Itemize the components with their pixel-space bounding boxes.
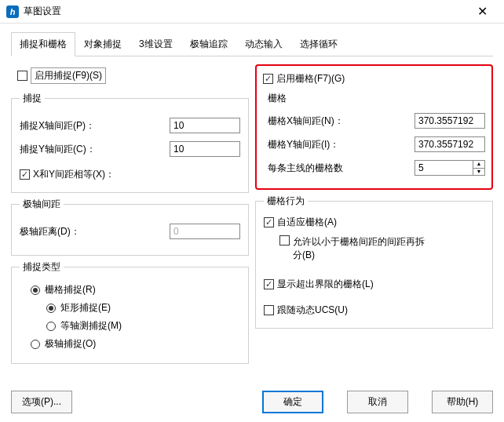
show-beyond-checkbox[interactable]	[264, 279, 274, 289]
iso-snap-label: 等轴测捕捉(M)	[60, 319, 122, 333]
snap-y-label: 捕捉Y轴间距(C)：	[20, 143, 170, 156]
snap-group-label: 捕捉	[20, 92, 45, 105]
show-beyond-label: 显示超出界限的栅格(L)	[277, 278, 374, 291]
grid-snap-label: 栅格捕捉(R)	[45, 283, 96, 296]
tab-3d[interactable]: 3维设置	[130, 32, 181, 56]
grid-behavior-group: 栅格行为 自适应栅格(A) 允许以小于栅格间距的间距再拆分(B) 显示超出界限的…	[255, 195, 493, 329]
polar-snap-label: 极轴捕捉(O)	[45, 337, 96, 351]
tab-selection[interactable]: 选择循环	[291, 32, 346, 56]
help-button[interactable]: 帮助(H)	[432, 391, 493, 413]
grid-y-label: 栅格Y轴间距(I)：	[268, 138, 415, 151]
snap-x-label: 捕捉X轴间距(P)：	[20, 119, 170, 133]
snap-type-label: 捕捉类型	[20, 260, 64, 274]
adaptive-grid-checkbox[interactable]	[264, 217, 274, 227]
snap-type-group: 捕捉类型 栅格捕捉(R) 矩形捕捉(E) 等轴测捕捉(M) 极轴捕捉(O)	[11, 260, 249, 364]
enable-snap-checkbox[interactable]	[17, 71, 27, 81]
tab-bar: 捕捉和栅格 对象捕捉 3维设置 极轴追踪 动态输入 选择循环	[11, 31, 493, 56]
rect-snap-label: 矩形捕捉(E)	[60, 301, 111, 315]
app-icon: h	[6, 5, 19, 18]
enable-grid-label: 启用栅格(F7)(G)	[276, 72, 345, 85]
equal-xy-label: X和Y间距相等(X)：	[33, 168, 115, 181]
enable-snap-label: 启用捕捉(F9)(S)	[31, 67, 106, 84]
adaptive-grid-label: 自适应栅格(A)	[277, 216, 337, 229]
cancel-button[interactable]: 取消	[347, 391, 408, 413]
grid-snap-radio[interactable]	[31, 286, 40, 295]
tab-object-snap[interactable]: 对象捕捉	[75, 32, 130, 56]
polar-spacing-label: 极轴间距	[20, 198, 64, 211]
tab-polar[interactable]: 极轴追踪	[181, 32, 236, 56]
tab-snap-grid[interactable]: 捕捉和栅格	[11, 32, 75, 56]
equal-xy-checkbox[interactable]	[20, 169, 30, 180]
allow-sub-label: 允许以小于栅格间距的间距再拆分(B)	[293, 235, 426, 262]
options-button[interactable]: 选项(P)...	[11, 391, 72, 413]
polar-spacing-group: 极轴间距 极轴距离(D)：	[11, 198, 249, 256]
grid-behavior-label: 栅格行为	[264, 195, 308, 208]
tab-dynamic[interactable]: 动态输入	[236, 32, 291, 56]
highlighted-grid-section: 启用栅格(F7)(G) 栅格 栅格X轴间距(N)： 栅格Y轴间距(I)： 每条主…	[255, 64, 493, 190]
grid-x-input[interactable]	[415, 113, 485, 129]
titlebar: h 草图设置 ✕	[0, 0, 504, 24]
grid-group-label: 栅格	[268, 92, 485, 105]
spin-down-icon[interactable]: ▼	[473, 169, 484, 176]
ok-button[interactable]: 确定	[262, 391, 323, 413]
polar-snap-radio[interactable]	[31, 340, 40, 349]
grid-x-label: 栅格X轴间距(N)：	[268, 115, 415, 128]
window-title: 草图设置	[24, 5, 466, 18]
grid-y-input[interactable]	[415, 136, 485, 152]
major-lines-label: 每条主线的栅格数	[268, 162, 415, 175]
snap-x-input[interactable]	[170, 118, 240, 133]
polar-dist-label: 极轴距离(D)：	[20, 225, 170, 238]
iso-snap-radio[interactable]	[46, 322, 56, 331]
snap-y-input[interactable]	[170, 141, 240, 157]
snap-group: 捕捉 捕捉X轴间距(P)： 捕捉Y轴间距(C)： X和Y间距相等(X)：	[11, 92, 249, 193]
allow-sub-checkbox[interactable]	[279, 235, 290, 246]
major-lines-input[interactable]: 5 ▲ ▼	[415, 160, 485, 176]
follow-ucs-label: 跟随动态UCS(U)	[277, 304, 348, 317]
enable-grid-checkbox[interactable]	[263, 74, 273, 84]
spin-up-icon[interactable]: ▲	[473, 161, 484, 169]
follow-ucs-checkbox[interactable]	[264, 305, 274, 315]
polar-dist-input	[170, 224, 240, 239]
close-icon[interactable]: ✕	[466, 4, 498, 19]
rect-snap-radio[interactable]	[46, 304, 56, 313]
